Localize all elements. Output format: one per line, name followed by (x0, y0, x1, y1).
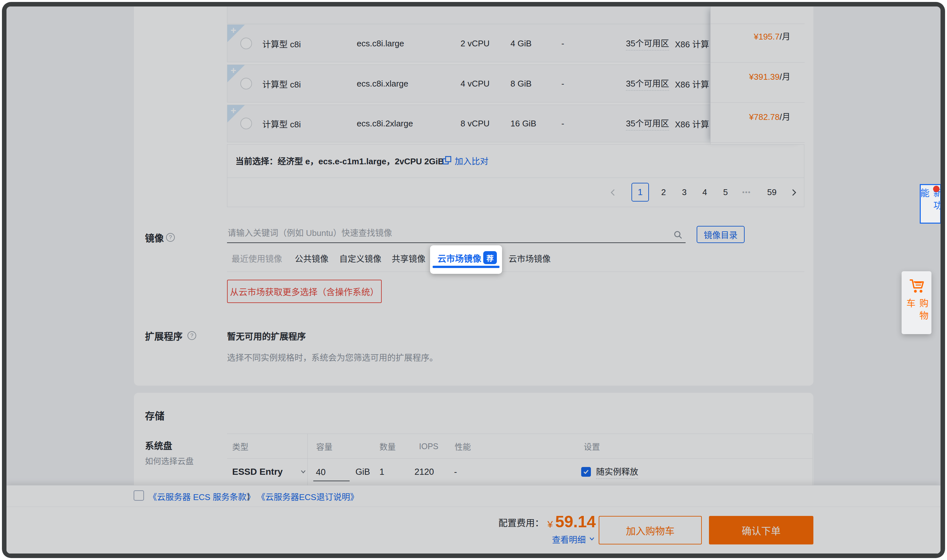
cart-icon (907, 278, 925, 295)
ecs-buy-page: + 计算型 c8i ecs.c8i.large 2 vCPU 4 GiB - 3… (6, 6, 941, 554)
browser-viewport: + 计算型 c8i ecs.c8i.large 2 vCPU 4 GiB - 3… (6, 6, 941, 554)
tab-marketplace-images[interactable]: 云市场镜像 (438, 252, 481, 265)
cart-label: 购物车 (904, 298, 930, 334)
tab-marketplace-images-highlight[interactable]: 云市场镜像 荐 (430, 245, 502, 274)
dim-overlay (6, 6, 941, 554)
cart-widget[interactable]: 购物车 (902, 271, 932, 334)
new-feature-widget[interactable]: 新功能 (920, 184, 941, 224)
screenshot-stage: + 计算型 c8i ecs.c8i.large 2 vCPU 4 GiB - 3… (0, 0, 947, 560)
active-tab-underline (433, 266, 500, 268)
new-feature-label: 新功能 (918, 188, 941, 223)
recommend-badge: 荐 (483, 251, 497, 264)
notification-dot (933, 186, 939, 192)
